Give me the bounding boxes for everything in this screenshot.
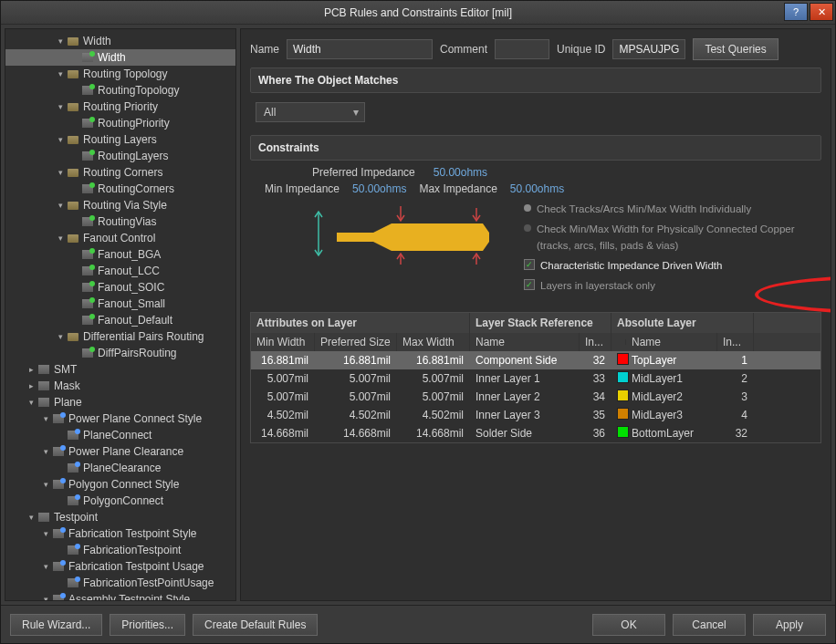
preferred-impedance-value[interactable]: 50.00ohms [434, 166, 487, 179]
tree-item[interactable]: ▾Power Plane Clearance [5, 443, 235, 460]
rule-icon [80, 182, 95, 195]
cancel-button[interactable]: Cancel [673, 614, 746, 636]
expand-arrow-icon[interactable]: ▾ [40, 529, 51, 538]
rule-tree[interactable]: ▾WidthWidth▾Routing TopologyRoutingTopol… [5, 28, 236, 601]
name-field[interactable] [287, 39, 433, 59]
tree-item[interactable]: ▾Testpoint [5, 509, 235, 525]
tree-item[interactable]: ▾Routing Topology [5, 66, 235, 82]
expand-arrow-icon[interactable]: ▸ [26, 365, 37, 374]
tree-item[interactable]: RoutingTopology [5, 82, 235, 99]
tree-item[interactable]: Fanout_BGA [5, 246, 235, 263]
check-impedance-driven[interactable]: Characteristic Impedance Driven Width [540, 257, 722, 274]
tree-item[interactable]: ▾Fanout Control [5, 230, 235, 246]
table-row[interactable]: 4.502mil4.502mil4.502milInner Layer 335M… [251, 406, 820, 424]
check-individual[interactable]: Check Tracks/Arcs Min/Max Width Individu… [537, 201, 751, 217]
rule-icon [51, 445, 66, 458]
expand-arrow-icon[interactable]: ▾ [55, 168, 66, 177]
tree-item[interactable]: DiffPairsRouting [5, 345, 235, 361]
check-physically-connected[interactable]: Check Min/Max Width for Physically Conne… [537, 221, 821, 254]
tree-item[interactable]: ▾Assembly Testpoint Style [5, 591, 235, 601]
rule-wizard-button[interactable]: Rule Wizard... [10, 614, 102, 636]
ok-button[interactable]: OK [592, 614, 665, 636]
tree-item-label: Routing Priority [83, 100, 158, 113]
expand-arrow-icon[interactable]: ▾ [40, 480, 51, 489]
grid-cell: BottomLayer [626, 425, 717, 441]
priorities-button[interactable]: Priorities... [110, 614, 185, 636]
grid-column-header[interactable]: In... [717, 333, 754, 351]
tree-item[interactable]: ▸SMT [5, 361, 235, 378]
tree-item[interactable]: Width [5, 49, 235, 66]
tree-item[interactable]: Fanout_SOIC [5, 279, 235, 296]
table-row[interactable]: 14.668mil14.668mil14.668milSolder Side36… [251, 424, 820, 442]
grid-column-header[interactable] [611, 339, 626, 345]
max-impedance-value[interactable]: 50.00ohms [510, 182, 564, 195]
grid-column-header[interactable]: Preferred Size [315, 333, 397, 351]
grid-column-header[interactable]: Min Width [251, 333, 315, 351]
tree-item[interactable]: ▾Fabrication Testpoint Usage [5, 558, 235, 575]
close-button[interactable]: ✕ [810, 3, 833, 21]
tree-item[interactable]: FabricationTestPointUsage [5, 575, 235, 591]
tree-item[interactable]: ▾Routing Priority [5, 99, 235, 115]
expand-arrow-icon[interactable]: ▾ [40, 447, 51, 456]
radio-icon[interactable] [524, 224, 531, 232]
create-default-rules-button[interactable]: Create Default Rules [193, 614, 318, 636]
tree-item[interactable]: RoutingPriority [5, 115, 235, 131]
tree-item[interactable]: ▾Routing Layers [5, 131, 235, 148]
table-row[interactable]: 5.007mil5.007mil5.007milInner Layer 133M… [251, 369, 820, 388]
table-row[interactable]: 5.007mil5.007mil5.007milInner Layer 234M… [251, 388, 820, 406]
test-queries-button[interactable]: Test Queries [693, 38, 778, 60]
expand-arrow-icon[interactable]: ▾ [40, 414, 51, 423]
tree-item[interactable]: ▾Plane [5, 394, 235, 410]
tree-item[interactable]: ▾Differential Pairs Routing [5, 328, 235, 345]
expand-arrow-icon[interactable]: ▾ [55, 69, 66, 78]
tree-item[interactable]: PolygonConnect [5, 493, 235, 509]
tree-item[interactable]: ▾Power Plane Connect Style [5, 410, 235, 427]
tree-item-label: Fanout_Small [98, 297, 165, 310]
tree-item[interactable]: ▾Width [5, 33, 235, 49]
layer-attributes-grid[interactable]: Attributes on Layer Layer Stack Referenc… [250, 312, 821, 443]
tree-item-label: RoutingTopology [98, 84, 179, 97]
expand-arrow-icon[interactable]: ▾ [55, 201, 66, 210]
radio-icon[interactable] [524, 204, 531, 212]
expand-arrow-icon[interactable]: ▾ [55, 102, 66, 111]
tree-item[interactable]: PlaneConnect [5, 427, 235, 443]
tree-item[interactable]: ▾Routing Via Style [5, 197, 235, 213]
tree-item[interactable]: Fanout_LCC [5, 263, 235, 279]
check-layerstack-only[interactable]: Layers in layerstack only [540, 277, 655, 294]
apply-button[interactable]: Apply [753, 614, 826, 636]
expand-arrow-icon[interactable]: ▾ [55, 332, 66, 341]
expand-arrow-icon[interactable]: ▾ [40, 595, 51, 601]
expand-arrow-icon[interactable]: ▾ [55, 234, 66, 243]
uniqueid-field[interactable] [612, 39, 685, 59]
grid-cell: Inner Layer 3 [470, 407, 580, 423]
tree-item[interactable]: PlaneClearance [5, 460, 235, 476]
tree-item[interactable]: Fanout_Default [5, 312, 235, 328]
tree-item[interactable]: ▾Routing Corners [5, 164, 235, 181]
tree-item[interactable]: RoutingVias [5, 213, 235, 230]
tree-item[interactable]: FabricationTestpoint [5, 542, 235, 558]
checkbox-icon[interactable]: ✓ [524, 259, 535, 270]
expand-arrow-icon[interactable]: ▸ [26, 381, 37, 390]
match-scope-dropdown[interactable]: All [256, 102, 365, 122]
min-impedance-value[interactable]: 50.00ohms [352, 182, 406, 195]
expand-arrow-icon[interactable]: ▾ [55, 135, 66, 144]
tree-item-label: Mask [54, 379, 80, 392]
help-button[interactable]: ? [784, 3, 808, 21]
comment-field[interactable] [495, 39, 549, 59]
tree-item[interactable]: ▾Polygon Connect Style [5, 476, 235, 493]
grid-column-header[interactable]: In... [580, 333, 611, 351]
tree-item[interactable]: RoutingLayers [5, 148, 235, 164]
checkbox-icon[interactable]: ✓ [524, 279, 535, 290]
grid-column-header[interactable]: Max Width [397, 333, 470, 351]
grid-column-header[interactable]: Name [626, 333, 717, 351]
expand-arrow-icon[interactable]: ▾ [55, 36, 66, 46]
tree-item[interactable]: Fanout_Small [5, 296, 235, 312]
expand-arrow-icon[interactable]: ▾ [26, 513, 37, 522]
grid-column-header[interactable]: Name [470, 333, 580, 351]
expand-arrow-icon[interactable]: ▾ [40, 562, 51, 571]
tree-item[interactable]: ▾Fabrication Testpoint Style [5, 525, 235, 542]
expand-arrow-icon[interactable]: ▾ [26, 398, 37, 407]
table-row[interactable]: 16.881mil16.881mil16.881milComponent Sid… [251, 351, 820, 369]
tree-item[interactable]: RoutingCorners [5, 181, 235, 197]
tree-item[interactable]: ▸Mask [5, 378, 235, 394]
